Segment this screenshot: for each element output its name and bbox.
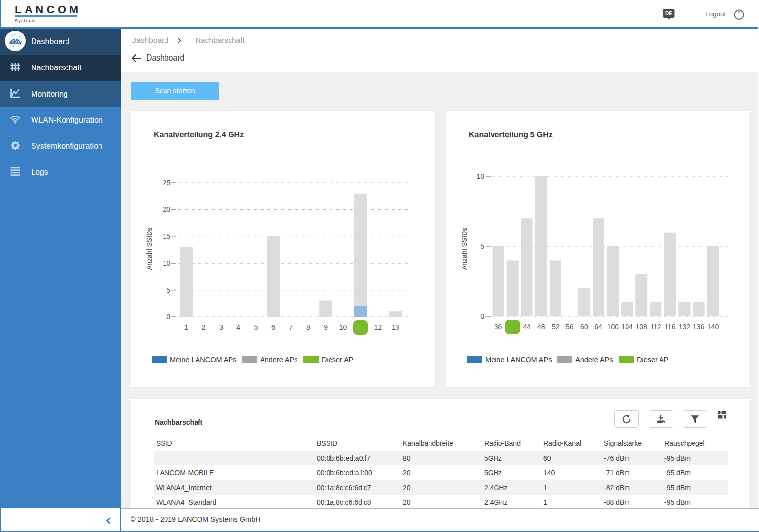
- svg-text:10: 10: [163, 259, 170, 267]
- svg-text:13: 13: [392, 323, 399, 331]
- svg-text:1: 1: [184, 323, 188, 331]
- svg-text:Dieser AP: Dieser AP: [637, 356, 668, 364]
- svg-text:116: 116: [664, 323, 676, 331]
- svg-text:112: 112: [650, 323, 661, 331]
- svg-text:3: 3: [219, 323, 223, 331]
- svg-text:5: 5: [254, 323, 258, 331]
- svg-text:44: 44: [523, 323, 531, 331]
- svg-text:Dieser AP: Dieser AP: [322, 356, 353, 364]
- svg-text:Andere APs: Andere APs: [260, 356, 298, 364]
- svg-text:DE: DE: [665, 11, 672, 16]
- svg-text:48: 48: [537, 323, 545, 331]
- svg-text:60: 60: [580, 323, 588, 331]
- svg-text:Meine LANCOM APs: Meine LANCOM APs: [485, 356, 552, 364]
- svg-text:Anzahl SSIDs: Anzahl SSIDs: [145, 228, 153, 270]
- svg-text:25: 25: [163, 179, 170, 187]
- svg-text:5: 5: [480, 242, 484, 250]
- svg-text:4: 4: [236, 323, 240, 331]
- svg-text:10: 10: [476, 172, 484, 180]
- svg-text:Meine LANCOM APs: Meine LANCOM APs: [170, 356, 236, 364]
- svg-text:2: 2: [202, 323, 206, 331]
- svg-text:108: 108: [636, 323, 648, 331]
- svg-text:15: 15: [163, 233, 170, 240]
- svg-text:0: 0: [166, 313, 170, 321]
- svg-text:56: 56: [566, 323, 574, 331]
- svg-text:5: 5: [166, 286, 170, 294]
- svg-text:6: 6: [271, 323, 275, 331]
- svg-text:64: 64: [594, 323, 602, 331]
- svg-text:Anzahl SSIDs: Anzahl SSIDs: [461, 228, 468, 270]
- svg-text:20: 20: [163, 205, 170, 213]
- svg-text:100: 100: [607, 323, 619, 331]
- svg-text:10: 10: [339, 323, 347, 331]
- svg-text:7: 7: [289, 323, 293, 331]
- svg-text:132: 132: [679, 323, 691, 331]
- svg-text:36: 36: [495, 323, 502, 331]
- svg-text:52: 52: [552, 323, 560, 331]
- svg-text:104: 104: [621, 323, 633, 331]
- svg-text:0: 0: [480, 312, 484, 320]
- svg-text:8: 8: [306, 323, 310, 331]
- svg-text:136: 136: [693, 323, 705, 331]
- svg-text:Andere APs: Andere APs: [575, 356, 613, 364]
- svg-text:9: 9: [324, 323, 328, 331]
- svg-text:140: 140: [707, 323, 719, 331]
- svg-text:12: 12: [374, 323, 382, 331]
